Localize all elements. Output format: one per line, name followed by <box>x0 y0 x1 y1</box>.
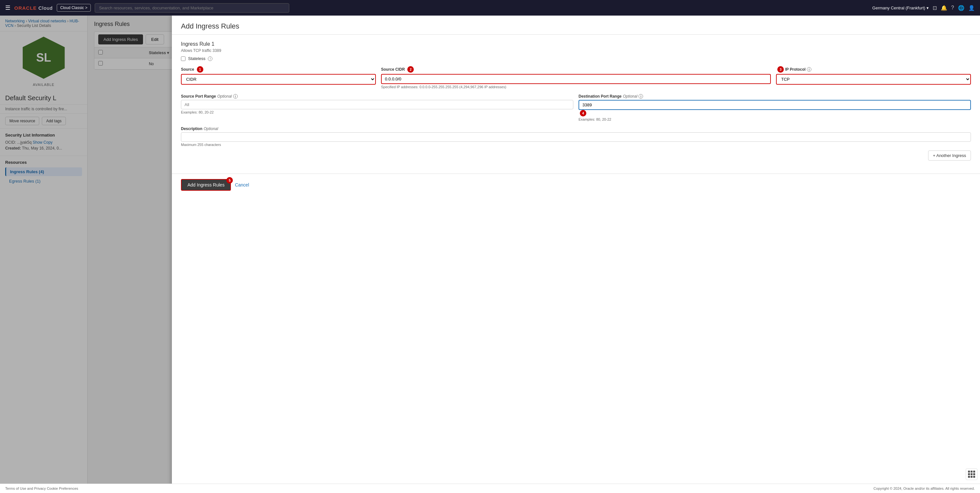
source-port-examples: Examples: 80, 20-22 <box>181 110 573 114</box>
bottom-left: Terms of Use and Privacy Cookie Preferen… <box>5 487 78 490</box>
source-group: Source 1 CIDR <box>181 66 376 85</box>
source-cidr-label: Source CIDR 2 <box>381 66 771 73</box>
stateless-row: Stateless i <box>181 56 971 61</box>
nav-right: Germany Central (Frankfurt) ▾ ⊡ 🔔 ? 🌐 👤 <box>872 5 975 11</box>
source-cidr-helper: Specified IP addresses: 0.0.0.0-255.255.… <box>381 85 771 89</box>
oracle-logo: ORACLE Cloud <box>14 5 53 11</box>
bottom-bar: Terms of Use and Privacy Cookie Preferen… <box>0 483 980 493</box>
step-4-badge: 4 <box>580 110 586 116</box>
grid-icon <box>968 471 975 478</box>
top-nav: ☰ ORACLE Cloud Cloud Classic > Germany C… <box>0 0 980 16</box>
stateless-info-icon[interactable]: i <box>208 56 212 61</box>
modal-body: Ingress Rule 1 Allows TCP traffic 3389 S… <box>172 35 980 173</box>
form-row-2: Source Port Range Optional i Examples: 8… <box>181 94 971 121</box>
region-selector[interactable]: Germany Central (Frankfurt) ▾ <box>872 5 929 10</box>
dest-port-group: Destination Port Range Optional i 4 Exam… <box>579 94 971 121</box>
source-port-label: Source Port Range Optional i <box>181 94 573 99</box>
another-ingress-button[interactable]: + Another Ingress <box>928 151 971 161</box>
help-icon[interactable]: ? <box>951 5 954 11</box>
ip-protocol-group: 3 IP Protocol i TCP <box>776 66 971 85</box>
source-port-info-icon[interactable]: i <box>233 94 238 99</box>
step-2-badge: 2 <box>407 66 414 73</box>
grid-icon-button[interactable] <box>966 468 977 480</box>
console-icon[interactable]: ⊡ <box>933 5 937 11</box>
dest-port-input[interactable] <box>579 100 971 110</box>
rule-subtitle: Allows TCP traffic 3389 <box>181 48 971 53</box>
stateless-label: Stateless <box>188 56 205 61</box>
dest-port-info-icon[interactable]: i <box>638 94 643 99</box>
stateless-checkbox[interactable] <box>181 56 186 61</box>
source-cidr-group: Source CIDR 2 Specified IP addresses: 0.… <box>381 66 771 89</box>
add-ingress-submit-button[interactable]: Add Ingress Rules 5 <box>181 179 231 191</box>
description-group: Description Optional Maximum 255 charact… <box>181 127 971 146</box>
rule-title: Ingress Rule 1 <box>181 41 971 47</box>
form-row-1: Source 1 CIDR Source CIDR 2 Specified IP… <box>181 66 971 89</box>
ip-protocol-info-icon[interactable]: i <box>807 67 811 72</box>
bell-icon[interactable]: 🔔 <box>941 5 947 11</box>
ip-protocol-select[interactable]: TCP <box>776 74 971 85</box>
terms-link[interactable]: Terms of Use and Privacy <box>5 487 46 490</box>
dest-port-examples: Examples: 80, 20-22 <box>579 118 971 121</box>
modal-footer: Add Ingress Rules 5 Cancel <box>172 173 980 196</box>
step-5-badge: 5 <box>226 177 233 184</box>
user-icon[interactable]: 👤 <box>968 5 975 11</box>
source-port-group: Source Port Range Optional i Examples: 8… <box>181 94 573 114</box>
modal-panel: Add Ingress Rules Ingress Rule 1 Allows … <box>172 16 980 493</box>
modal-header: Add Ingress Rules <box>172 16 980 35</box>
source-port-input[interactable] <box>181 100 573 109</box>
rule-section-1: Ingress Rule 1 Allows TCP traffic 3389 S… <box>181 41 971 161</box>
cookies-link[interactable]: Cookie Preferences <box>47 487 78 490</box>
search-input[interactable] <box>95 3 289 13</box>
step-3-badge: 3 <box>777 66 784 73</box>
globe-icon[interactable]: 🌐 <box>958 5 964 11</box>
source-label: Source 1 <box>181 66 376 73</box>
description-max: Maximum 255 characters <box>181 143 971 146</box>
menu-icon[interactable]: ☰ <box>5 4 10 11</box>
cloud-classic-button[interactable]: Cloud Classic > <box>57 4 91 12</box>
source-select[interactable]: CIDR <box>181 74 376 85</box>
ip-protocol-label: 3 IP Protocol i <box>776 66 971 73</box>
modal-title: Add Ingress Rules <box>181 22 971 30</box>
step-1-badge: 1 <box>197 66 203 73</box>
description-label: Description Optional <box>181 127 971 131</box>
source-cidr-input[interactable] <box>381 74 771 84</box>
dest-port-label: Destination Port Range Optional i <box>579 94 971 99</box>
copyright: Copyright © 2024, Oracle and/or its affi… <box>873 487 975 490</box>
description-input[interactable] <box>181 132 971 142</box>
cancel-button[interactable]: Cancel <box>235 182 249 188</box>
